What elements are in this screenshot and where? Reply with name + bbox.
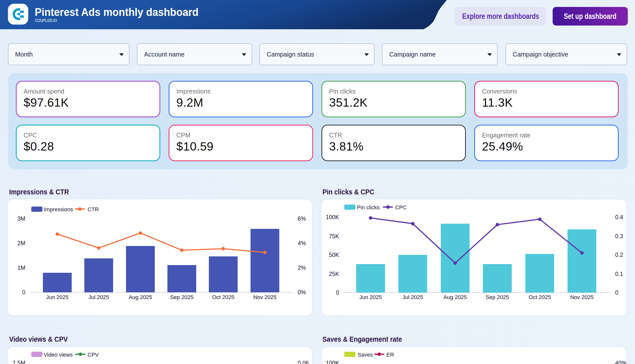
svg-text:100K: 100K	[326, 360, 339, 364]
svg-text:0.4: 0.4	[615, 214, 623, 220]
svg-text:Aug 2025: Aug 2025	[443, 294, 467, 300]
svg-text:Saves: Saves	[358, 352, 373, 358]
svg-text:75K: 75K	[329, 233, 339, 240]
svg-text:1M: 1M	[17, 264, 25, 271]
svg-text:Nov 2025: Nov 2025	[570, 294, 593, 300]
svg-text:0: 0	[336, 289, 339, 296]
svg-text:Video views: Video views	[44, 352, 73, 358]
svg-text:25K: 25K	[329, 271, 339, 277]
svg-text:Jul 2025: Jul 2025	[402, 294, 423, 300]
svg-text:Impressions: Impressions	[44, 206, 73, 212]
svg-text:Oct 2025: Oct 2025	[529, 294, 551, 300]
svg-text:0.06: 0.06	[298, 360, 309, 364]
svg-text:0.1: 0.1	[615, 271, 623, 277]
svg-text:Aug 2025: Aug 2025	[129, 294, 152, 300]
svg-text:2%: 2%	[298, 264, 306, 271]
svg-text:Jun 2025: Jun 2025	[359, 294, 382, 300]
svg-text:CPV: CPV	[88, 352, 99, 358]
svg-text:0%: 0%	[298, 289, 306, 296]
svg-text:Nov 2025: Nov 2025	[253, 294, 277, 300]
svg-text:Pin clicks: Pin clicks	[357, 204, 380, 210]
svg-text:1.5M: 1.5M	[13, 360, 25, 364]
svg-text:3M: 3M	[17, 216, 25, 222]
svg-text:Sep 2025: Sep 2025	[170, 294, 194, 300]
svg-text:6%: 6%	[298, 216, 306, 222]
svg-text:CTR: CTR	[88, 206, 99, 212]
svg-text:ER: ER	[386, 352, 394, 358]
svg-text:Jul 2025: Jul 2025	[88, 294, 109, 300]
svg-text:Sep 2025: Sep 2025	[486, 294, 509, 300]
svg-text:50K: 50K	[329, 252, 339, 258]
svg-text:40%: 40%	[615, 360, 626, 364]
svg-text:CPC: CPC	[395, 204, 407, 210]
svg-text:Oct 2025: Oct 2025	[212, 294, 234, 300]
svg-text:0.3: 0.3	[615, 233, 623, 240]
svg-text:2M: 2M	[17, 240, 25, 246]
svg-text:0: 0	[22, 289, 25, 296]
svg-text:4%: 4%	[298, 240, 306, 246]
svg-text:0: 0	[615, 289, 618, 296]
svg-text:100K: 100K	[326, 214, 339, 220]
svg-text:0.2: 0.2	[615, 252, 623, 258]
svg-text:Jun 2025: Jun 2025	[46, 294, 69, 300]
